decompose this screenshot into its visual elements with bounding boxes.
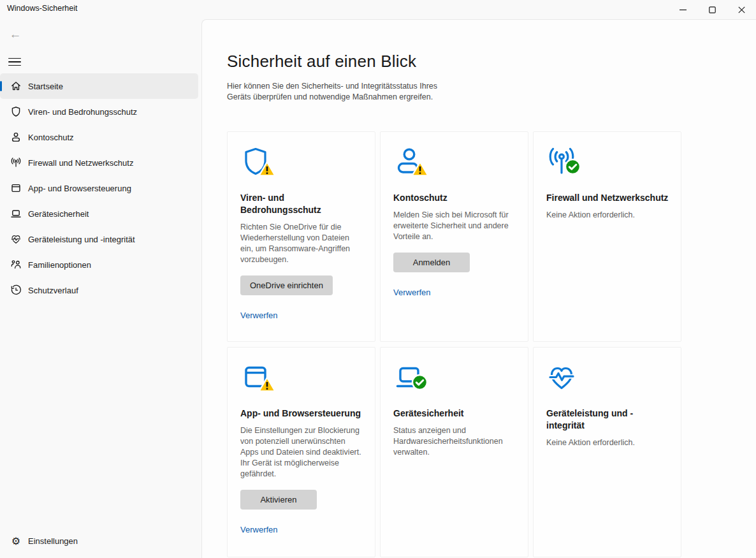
card-description: Keine Aktion erforderlich.: [546, 210, 669, 221]
sidebar-item-label: Einstellungen: [28, 536, 78, 546]
warning-badge-icon: [258, 161, 276, 180]
maximize-icon: [709, 6, 716, 13]
dismiss-link[interactable]: Verwerfen: [393, 288, 516, 297]
main-content: Sicherheit auf einen Blick Hier können S…: [201, 19, 756, 558]
card-title: Gerätesicherheit: [393, 407, 516, 420]
card-geraeteleistung-integritaet[interactable]: Geräteleistung und -integrität Keine Akt…: [533, 347, 681, 557]
card-app-browsersteuerung[interactable]: App- und Browsersteuerung Die Einstellun…: [227, 347, 375, 557]
dismiss-link[interactable]: Verwerfen: [240, 311, 363, 320]
laptop-ok-icon: [393, 362, 424, 392]
sidebar-item-app-browsersteuerung[interactable]: App- und Browsersteuerung: [0, 175, 198, 201]
close-button[interactable]: [727, 0, 756, 19]
sidebar-item-geraeteleistung-integritaet[interactable]: Geräteleistung und -integrität: [0, 226, 198, 252]
close-icon: [738, 6, 745, 13]
network-ok-icon: [546, 146, 577, 177]
gear-icon: ⚙: [10, 535, 22, 547]
sidebar-item-label: App- und Browsersteuerung: [28, 184, 131, 193]
card-description: Richten Sie OneDrive für die Wiederherst…: [240, 222, 363, 265]
minimize-icon: [680, 6, 687, 13]
dismiss-link[interactable]: Verwerfen: [240, 525, 363, 534]
back-button[interactable]: ←: [6, 26, 24, 43]
network-icon: [10, 157, 22, 168]
browser-warning-icon: [240, 362, 271, 392]
maximize-button[interactable]: [697, 0, 727, 19]
sidebar-nav: Startseite Viren- und Bedrohungsschutz K…: [0, 73, 201, 303]
card-description: Die Einstellungen zur Blockierung von po…: [240, 425, 363, 480]
person-warning-icon: [393, 146, 424, 177]
card-viren-bedrohungsschutz[interactable]: Viren- und Bedrohungsschutz Richten Sie …: [227, 131, 375, 342]
warning-badge-icon: [411, 161, 429, 180]
sidebar: ← Startseite Viren- und Bedrohungsschutz…: [0, 19, 201, 558]
menu-button[interactable]: [5, 52, 24, 71]
card-kontoschutz[interactable]: Kontoschutz Melden Sie sich bei Microsof…: [380, 131, 528, 342]
status-cards-grid: Viren- und Bedrohungsschutz Richten Sie …: [227, 131, 756, 557]
minimize-button[interactable]: [668, 0, 697, 19]
family-icon: [10, 259, 22, 270]
sidebar-item-label: Schutzverlauf: [28, 286, 78, 295]
sidebar-item-startseite[interactable]: Startseite: [0, 73, 198, 99]
card-firewall-netzwerkschutz[interactable]: Firewall und Netzwerkschutz Keine Aktion…: [533, 131, 681, 342]
sidebar-item-schutzverlauf[interactable]: Schutzverlauf: [0, 277, 198, 303]
page-title: Sicherheit auf einen Blick: [227, 52, 756, 71]
card-title: Geräteleistung und -integrität: [546, 407, 669, 432]
ok-badge-icon: [564, 158, 581, 178]
sidebar-item-label: Gerätesicherheit: [28, 209, 89, 219]
shield-warning-icon: [240, 146, 271, 177]
sidebar-item-label: Startseite: [28, 82, 63, 91]
card-title: Firewall und Netzwerkschutz: [546, 192, 669, 204]
home-icon: [10, 80, 22, 92]
shield-icon: [10, 106, 22, 117]
ok-badge-icon: [411, 374, 428, 393]
laptop-icon: [10, 208, 22, 219]
sidebar-item-einstellungen[interactable]: ⚙ Einstellungen: [0, 528, 201, 554]
sidebar-item-geraetesicherheit[interactable]: Gerätesicherheit: [0, 201, 198, 226]
sidebar-item-firewall-netzwerkschutz[interactable]: Firewall und Netzwerkschutz: [0, 150, 198, 175]
sidebar-item-familienoptionen[interactable]: Familienoptionen: [0, 252, 198, 277]
card-description: Keine Aktion erforderlich.: [546, 437, 669, 448]
card-geraetesicherheit[interactable]: Gerätesicherheit Status anzeigen und Har…: [380, 347, 528, 557]
heart-pulse-card-icon: [546, 362, 577, 392]
card-description: Status anzeigen und Hardwaresicherheitsf…: [393, 425, 516, 458]
card-title: Kontoschutz: [393, 192, 516, 204]
onedrive-setup-button[interactable]: OneDrive einrichten: [240, 275, 333, 295]
heart-pulse-icon: [10, 233, 22, 245]
titlebar: Windows-Sicherheit: [0, 0, 756, 19]
sidebar-item-viren-bedrohungsschutz[interactable]: Viren- und Bedrohungsschutz: [0, 99, 198, 124]
person-icon: [10, 131, 22, 143]
page-subtitle: Hier können Sie den Sicherheits- und Int…: [227, 81, 450, 103]
sidebar-item-label: Viren- und Bedrohungsschutz: [28, 107, 137, 117]
window-title: Windows-Sicherheit: [7, 4, 77, 13]
arrow-left-icon: ←: [10, 27, 22, 41]
activate-button[interactable]: Aktivieren: [240, 490, 317, 510]
card-title: Viren- und Bedrohungsschutz: [240, 192, 363, 216]
history-icon: [10, 284, 22, 296]
sidebar-item-label: Kontoschutz: [28, 133, 74, 142]
sidebar-item-label: Geräteleistung und -integrität: [28, 235, 135, 244]
card-description: Melden Sie sich bei Microsoft für erweit…: [393, 210, 516, 242]
sidebar-item-label: Firewall und Netzwerkschutz: [28, 158, 133, 168]
card-title: App- und Browsersteuerung: [240, 407, 363, 420]
sidebar-item-kontoschutz[interactable]: Kontoschutz: [0, 124, 198, 150]
browser-icon: [10, 182, 22, 194]
sign-in-button[interactable]: Anmelden: [393, 253, 470, 272]
warning-badge-icon: [258, 376, 276, 395]
sidebar-item-label: Familienoptionen: [28, 260, 91, 270]
